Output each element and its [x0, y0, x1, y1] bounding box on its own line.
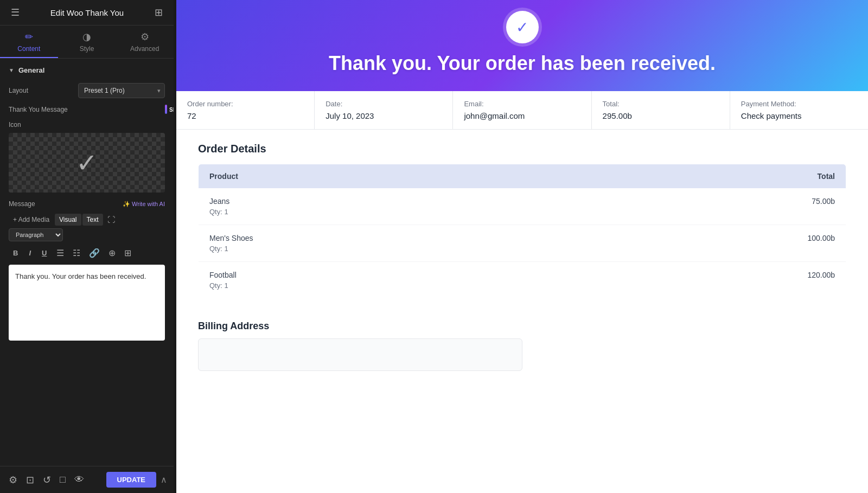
hero-banner: ✓ Thank you. Your order has been receive… — [176, 0, 868, 91]
underline-button[interactable]: U — [37, 247, 51, 259]
write-ai-button[interactable]: ✨ Write with AI — [123, 201, 165, 208]
table-row: Football Qty: 1 120.00b — [199, 262, 846, 299]
update-button[interactable]: UPDATE — [106, 472, 156, 488]
text-editor-area[interactable]: Thank you. Your order has been received. — [9, 265, 165, 341]
tab-style-label: Style — [80, 45, 94, 53]
product-qty-1: Qty: 1 — [209, 208, 557, 216]
hero-title: Thank you. Your order has been received. — [198, 52, 846, 75]
toggle-show-text: Show — [169, 107, 174, 113]
checkmark-preview-icon: ✓ — [76, 148, 98, 178]
visual-tab-btn[interactable]: Visual — [55, 214, 81, 226]
table-row: Men's Shoes Qty: 1 100.00b — [199, 225, 846, 262]
preview-panel: ✓ Thank you. Your order has been receive… — [176, 0, 868, 493]
editor-fullscreen-icon[interactable]: ⛶ — [104, 213, 118, 226]
bottom-toolbar: ⚙ ⊡ ↺ □ 👁 UPDATE ∧ — [0, 466, 174, 493]
billing-section: Billing Address — [176, 312, 868, 384]
order-email-cell: Email: john@gmail.com — [453, 91, 591, 129]
bold-button[interactable]: B — [9, 247, 22, 259]
thank-you-message-label: Thank You Message — [9, 106, 68, 113]
advanced-tab-icon: ⚙ — [141, 31, 149, 43]
bottom-icons-group: ⚙ ⊡ ↺ □ 👁 — [7, 472, 86, 488]
icon-preview[interactable]: ✓ — [9, 133, 165, 193]
panel-body: ▼ General Layout Preset 1 (Pro) Thank Yo… — [0, 59, 174, 493]
order-total-label: Total: — [603, 100, 719, 108]
order-payment-value: Check payments — [741, 111, 857, 120]
settings-icon-btn[interactable]: ⚙ — [7, 472, 20, 488]
hamburger-button[interactable]: ☰ — [9, 4, 22, 21]
tab-content[interactable]: ✏ Content — [0, 25, 58, 58]
product-name-1: Jeans — [209, 197, 557, 206]
icon-section-label: Icon — [0, 118, 174, 131]
order-number-cell: Order number: 72 — [176, 91, 315, 129]
message-label: Message — [9, 200, 35, 208]
order-details-section: Order Details Product Total Jeans Qty: 1… — [176, 130, 868, 312]
list-ordered-button[interactable]: ☷ — [69, 246, 84, 260]
table-row: Jeans Qty: 1 75.00b — [199, 188, 846, 225]
product-name-2: Men's Shoes — [209, 234, 557, 242]
content-tab-icon: ✏ — [25, 31, 33, 43]
product-column-header: Product — [199, 164, 568, 189]
order-payment-label: Payment Method: — [741, 100, 857, 108]
general-section-header[interactable]: ▼ General — [0, 59, 174, 80]
general-arrow-icon: ▼ — [9, 67, 14, 73]
general-section-label: General — [18, 66, 44, 74]
product-total-1: 75.00b — [568, 188, 846, 225]
layers-icon-btn[interactable]: ⊡ — [24, 472, 36, 488]
paragraph-select[interactable]: Paragraph — [9, 228, 63, 241]
text-tab-btn[interactable]: Text — [82, 214, 103, 226]
product-name-3: Football — [209, 271, 557, 279]
product-total-2: 100.00b — [568, 225, 846, 262]
tab-style[interactable]: ◑ Style — [58, 25, 116, 58]
hero-check-circle: ✓ — [506, 11, 539, 43]
panel-title: Edit Woo Thank You — [50, 8, 124, 17]
layout-select-wrapper: Preset 1 (Pro) — [78, 83, 165, 98]
table-button[interactable]: ⊞ — [121, 246, 135, 260]
layout-select[interactable]: Preset 1 (Pro) — [78, 83, 165, 98]
history-icon-btn[interactable]: ↺ — [41, 472, 53, 488]
chevron-up-icon[interactable]: ∧ — [161, 475, 167, 485]
editor-tabs: + Add Media Visual Text ⛶ — [0, 211, 174, 228]
order-details-title: Order Details — [198, 143, 846, 155]
billing-address-box — [198, 338, 522, 371]
table-header-row: Product Total — [199, 164, 846, 189]
hero-checkmark-icon: ✓ — [516, 18, 528, 36]
product-qty-2: Qty: 1 — [209, 245, 557, 253]
order-date-label: Date: — [326, 100, 442, 108]
product-cell-2: Men's Shoes Qty: 1 — [199, 225, 568, 262]
product-qty-3: Qty: 1 — [209, 281, 557, 290]
editor-content: Thank you. Your order has been received. — [15, 271, 158, 283]
formatting-toolbar: B I U ☰ ☷ 🔗 ⊕ ⊞ — [0, 244, 174, 262]
tab-advanced-label: Advanced — [130, 45, 159, 53]
product-total-3: 120.00b — [568, 262, 846, 299]
thank-you-message-row: Thank You Message Show — [0, 101, 174, 118]
order-date-cell: Date: July 10, 2023 — [315, 91, 453, 129]
italic-button[interactable]: I — [24, 247, 35, 259]
product-cell-1: Jeans Qty: 1 — [199, 188, 568, 225]
layout-label: Layout — [9, 87, 74, 94]
order-info-row: Order number: 72 Date: July 10, 2023 Ema… — [176, 91, 868, 130]
panel-header: ☰ Edit Woo Thank You ⊞ — [0, 0, 174, 25]
left-panel: ☰ Edit Woo Thank You ⊞ ✏ Content ◑ Style… — [0, 0, 174, 493]
grid-button[interactable]: ⊞ — [152, 4, 165, 21]
order-email-value: john@gmail.com — [464, 111, 580, 120]
style-tab-icon: ◑ — [82, 31, 91, 43]
order-total-value: 295.00b — [603, 111, 719, 120]
responsive-icon-btn[interactable]: □ — [58, 472, 68, 488]
eye-icon-btn[interactable]: 👁 — [72, 472, 86, 488]
tab-advanced[interactable]: ⚙ Advanced — [116, 25, 174, 58]
layout-row: Layout Preset 1 (Pro) — [0, 80, 174, 101]
order-number-value: 72 — [187, 111, 303, 120]
order-date-value: July 10, 2023 — [326, 111, 442, 120]
add-media-button[interactable]: + Add Media — [9, 214, 54, 226]
order-total-cell: Total: 295.00b — [592, 91, 730, 129]
billing-title: Billing Address — [198, 321, 846, 332]
link-button[interactable]: 🔗 — [86, 246, 103, 260]
order-table: Product Total Jeans Qty: 1 75.00b Men's … — [198, 164, 846, 299]
special-chars-button[interactable]: ⊕ — [105, 246, 119, 260]
product-cell-3: Football Qty: 1 — [199, 262, 568, 299]
tabs-bar: ✏ Content ◑ Style ⚙ Advanced — [0, 25, 174, 59]
list-unordered-button[interactable]: ☰ — [53, 246, 67, 260]
order-email-label: Email: — [464, 100, 580, 108]
order-payment-cell: Payment Method: Check payments — [730, 91, 868, 129]
message-section-header: Message ✨ Write with AI — [0, 195, 174, 211]
